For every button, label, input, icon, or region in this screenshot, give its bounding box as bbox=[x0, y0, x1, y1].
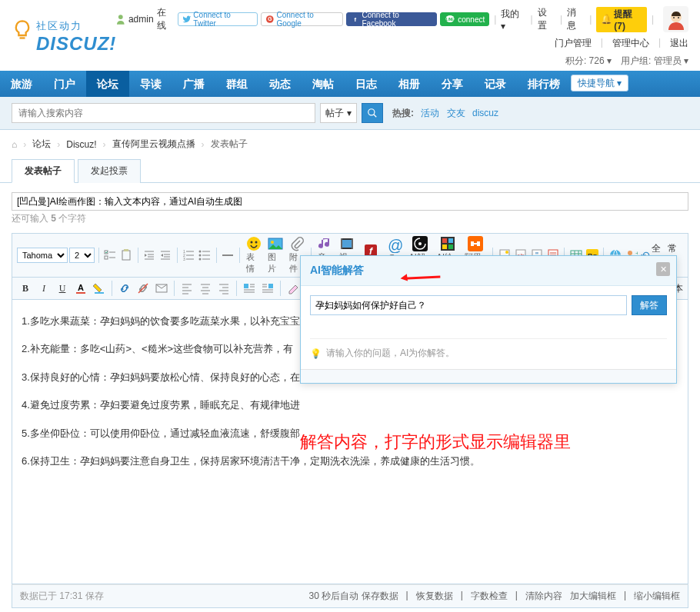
nav-item-5[interactable]: 群组 bbox=[215, 71, 258, 97]
search-button[interactable] bbox=[362, 103, 383, 123]
reminder-badge[interactable]: 🔔提醒(7) bbox=[596, 7, 647, 32]
restore-button[interactable]: 恢复数据 bbox=[416, 590, 453, 603]
my-link[interactable]: 我的 ▾ bbox=[501, 8, 525, 32]
paperclip-icon bbox=[289, 236, 305, 251]
hot-link-1[interactable]: 交友 bbox=[447, 108, 465, 118]
close-button[interactable]: ✕ bbox=[656, 262, 670, 276]
avatar[interactable] bbox=[663, 6, 688, 32]
logo[interactable]: 社区动力 DISCUZ! bbox=[12, 19, 116, 55]
ai-question-input[interactable] bbox=[310, 295, 627, 315]
highlight-button[interactable] bbox=[91, 280, 108, 297]
nav-item-8[interactable]: 日志 bbox=[345, 71, 388, 97]
float-right-button[interactable] bbox=[259, 280, 276, 297]
admin-center-link[interactable]: 管理中心 bbox=[612, 37, 649, 50]
align-left-button[interactable] bbox=[178, 280, 195, 297]
hr-icon[interactable] bbox=[221, 247, 235, 264]
unlink-button[interactable] bbox=[135, 280, 152, 297]
hot-link-2[interactable]: discuz bbox=[472, 108, 498, 118]
ai-answer-submit-button[interactable]: 解答 bbox=[632, 295, 667, 315]
email-button[interactable] bbox=[153, 280, 170, 297]
emoji-button[interactable]: 表情 bbox=[244, 236, 264, 274]
svg-rect-56 bbox=[448, 238, 453, 243]
align-right-button[interactable] bbox=[215, 280, 232, 297]
ordered-list-icon[interactable]: 123 bbox=[182, 247, 196, 264]
image-button[interactable]: 图片 bbox=[265, 236, 285, 274]
ai-paint-icon bbox=[440, 236, 455, 251]
connect-google-button[interactable]: GConnect to Google bbox=[261, 12, 343, 26]
connect-twitter-button[interactable]: Connect to Twitter bbox=[178, 12, 258, 26]
ai-hint-text: 请输入你的问题，AI为你解答。 bbox=[326, 347, 455, 360]
unordered-list-icon[interactable] bbox=[198, 247, 212, 264]
editor-line: 4.避免过度劳累：孕妇要避免过度劳累，睡眠充足、有规律地进 bbox=[22, 391, 678, 419]
checklist-icon[interactable] bbox=[103, 247, 118, 264]
film-icon bbox=[339, 236, 355, 251]
connect-facebook-button[interactable]: fConnect to Facebook bbox=[346, 12, 437, 26]
wordcheck-button[interactable]: 字数检查 bbox=[471, 590, 508, 603]
quick-nav-button[interactable]: 快捷导航 ▾ bbox=[571, 75, 628, 91]
save-status: 数据已于 17:31 保存 bbox=[20, 590, 104, 603]
nav-item-10[interactable]: 分享 bbox=[431, 71, 474, 97]
outdent-icon[interactable] bbox=[158, 247, 173, 264]
bell-icon: 🔔 bbox=[601, 14, 612, 25]
connect-line-button[interactable]: LINEconnect bbox=[440, 12, 489, 26]
indent-icon[interactable] bbox=[142, 247, 157, 264]
image-icon bbox=[268, 236, 283, 251]
float-left-button[interactable] bbox=[241, 280, 258, 297]
paste-icon[interactable] bbox=[119, 247, 134, 264]
svg-point-33 bbox=[199, 251, 202, 253]
nav-item-0[interactable]: 旅游 bbox=[0, 71, 43, 97]
bc-link-2[interactable]: 直传阿里云视频点播 bbox=[112, 138, 195, 151]
tab-post[interactable]: 发表帖子 bbox=[12, 159, 75, 183]
nav-item-7[interactable]: 淘帖 bbox=[302, 71, 345, 97]
svg-rect-81 bbox=[95, 292, 104, 294]
search-icon bbox=[367, 108, 378, 118]
bc-link-1[interactable]: Discuz! bbox=[66, 139, 96, 150]
post-tabs: 发表帖子 发起投票 bbox=[0, 158, 700, 183]
search-scope-select[interactable]: 帖子 ▾ bbox=[320, 103, 357, 123]
svg-point-41 bbox=[250, 241, 252, 244]
svg-rect-55 bbox=[442, 238, 447, 243]
bc-link-0[interactable]: 论坛 bbox=[32, 138, 51, 151]
avatar-icon bbox=[665, 8, 687, 30]
svg-point-53 bbox=[418, 242, 422, 245]
search-input[interactable] bbox=[12, 103, 315, 123]
svg-point-37 bbox=[199, 258, 202, 261]
settings-link[interactable]: 设置 bbox=[538, 6, 555, 32]
hot-search: 热搜: 活动 交友 discuz bbox=[392, 107, 498, 120]
nav-item-12[interactable]: 排行榜 bbox=[517, 71, 571, 97]
font-family-select[interactable]: Tahoma bbox=[17, 248, 68, 263]
nav-item-2[interactable]: 论坛 bbox=[86, 71, 129, 97]
align-center-button[interactable] bbox=[197, 280, 214, 297]
nav-item-1[interactable]: 门户 bbox=[43, 71, 86, 97]
text-color-button[interactable]: A bbox=[72, 280, 89, 297]
nav-item-11[interactable]: 记录 bbox=[474, 71, 517, 97]
nav-item-9[interactable]: 相册 bbox=[388, 71, 431, 97]
font-size-select[interactable]: 2 bbox=[69, 248, 95, 263]
bold-button[interactable]: B bbox=[17, 280, 34, 297]
home-icon[interactable]: ⌂ bbox=[12, 139, 17, 150]
messages-link[interactable]: 消息 bbox=[567, 6, 585, 32]
svg-rect-15 bbox=[105, 256, 108, 259]
portal-admin-link[interactable]: 门户管理 bbox=[555, 37, 592, 50]
link-button[interactable] bbox=[116, 280, 133, 297]
clear-button[interactable]: 清除内容 bbox=[525, 590, 562, 603]
shrink-button[interactable]: 缩小编辑框 bbox=[634, 590, 680, 603]
tab-poll[interactable]: 发起投票 bbox=[78, 159, 141, 183]
svg-rect-48 bbox=[352, 238, 353, 249]
nav-item-3[interactable]: 导读 bbox=[129, 71, 172, 97]
logout-link[interactable]: 退出 bbox=[670, 37, 688, 50]
autosave-label[interactable]: 30 秒后自动 保存数据 bbox=[308, 590, 398, 603]
nav-item-4[interactable]: 广播 bbox=[172, 71, 215, 97]
user-group: 用户组: 管理员 ▾ bbox=[621, 55, 688, 68]
music-icon bbox=[318, 236, 333, 251]
nav-item-6[interactable]: 动态 bbox=[258, 71, 302, 97]
subject-input[interactable] bbox=[12, 192, 688, 211]
username-link[interactable]: admin bbox=[128, 14, 154, 25]
svg-text:G: G bbox=[268, 16, 272, 22]
underline-button[interactable]: U bbox=[54, 280, 71, 297]
clear-format-button[interactable] bbox=[285, 280, 302, 297]
svg-text:3: 3 bbox=[183, 257, 185, 261]
hot-link-0[interactable]: 活动 bbox=[421, 108, 439, 118]
italic-button[interactable]: I bbox=[35, 280, 52, 297]
enlarge-button[interactable]: 加大编辑框 bbox=[570, 590, 616, 603]
